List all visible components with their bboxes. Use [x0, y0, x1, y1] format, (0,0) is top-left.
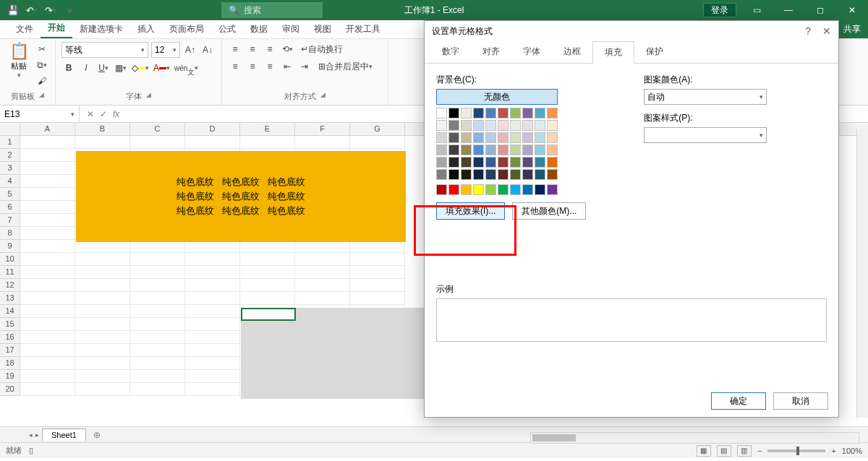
tab-review[interactable]: 审阅	[275, 20, 307, 38]
fx-icon[interactable]: fx	[113, 109, 119, 119]
sheet-nav-next-icon[interactable]: ▸	[35, 431, 39, 439]
color-swatch[interactable]	[510, 132, 521, 143]
color-swatch[interactable]	[547, 132, 558, 143]
cell[interactable]	[75, 266, 130, 279]
name-box[interactable]: E13▾	[0, 105, 80, 122]
cell[interactable]	[240, 292, 295, 305]
add-sheet-icon[interactable]: ⊕	[93, 430, 101, 440]
select-all-corner[interactable]	[0, 123, 20, 135]
color-swatch[interactable]	[535, 169, 545, 180]
color-swatch[interactable]	[547, 169, 558, 180]
color-swatch[interactable]	[485, 184, 496, 195]
color-swatch[interactable]	[522, 169, 533, 180]
color-swatch[interactable]	[461, 120, 472, 131]
zoom-out-icon[interactable]: −	[757, 447, 762, 455]
cell[interactable]	[185, 305, 240, 318]
dlg-tab-protect[interactable]: 保护	[634, 41, 675, 63]
tab-data[interactable]: 数据	[243, 20, 275, 38]
increase-indent-icon[interactable]: ⇥	[297, 59, 312, 74]
minimize-icon[interactable]: —	[773, 0, 804, 20]
cell[interactable]	[75, 253, 130, 266]
row-header[interactable]: 15	[0, 318, 20, 331]
cell[interactable]	[130, 318, 185, 331]
tab-view[interactable]: 视图	[307, 20, 339, 38]
color-swatch[interactable]	[473, 132, 484, 143]
color-swatch[interactable]	[461, 108, 472, 119]
cell[interactable]	[185, 253, 240, 266]
dlg-tab-fill[interactable]: 填充	[592, 41, 634, 64]
format-painter-icon[interactable]: 🖌	[35, 74, 49, 88]
color-swatch[interactable]	[448, 145, 459, 155]
tab-insert[interactable]: 插入	[130, 20, 162, 38]
column-header[interactable]: E	[240, 123, 295, 135]
color-swatch[interactable]	[436, 108, 447, 119]
cell[interactable]	[130, 279, 185, 292]
color-swatch[interactable]	[522, 157, 533, 168]
color-swatch[interactable]	[535, 132, 545, 143]
cell[interactable]	[20, 240, 75, 253]
cell[interactable]	[185, 266, 240, 279]
pattern-color-select[interactable]: 自动▾	[644, 89, 767, 105]
cell[interactable]	[185, 136, 240, 149]
color-swatch[interactable]	[498, 145, 509, 155]
cell[interactable]	[20, 383, 75, 396]
cell[interactable]	[295, 279, 350, 292]
cell[interactable]	[130, 383, 185, 396]
page-break-view-icon[interactable]: ▥	[737, 445, 752, 457]
pattern-style-select[interactable]: ▾	[644, 127, 767, 143]
color-swatch[interactable]	[473, 157, 484, 168]
color-swatch[interactable]	[485, 145, 496, 155]
color-swatch[interactable]	[473, 120, 484, 131]
cell[interactable]	[185, 318, 240, 331]
cell[interactable]	[130, 344, 185, 357]
cell[interactable]	[75, 318, 130, 331]
redo-icon[interactable]: ↷▾	[43, 3, 58, 17]
cell[interactable]	[185, 357, 240, 370]
share-button[interactable]: 共享	[836, 20, 868, 38]
color-swatch[interactable]	[510, 184, 521, 195]
cell[interactable]	[130, 136, 185, 149]
cell[interactable]	[350, 136, 405, 149]
cell[interactable]	[350, 279, 405, 292]
cell[interactable]	[20, 253, 75, 266]
column-header[interactable]: G	[350, 123, 405, 135]
color-swatch[interactable]	[473, 145, 484, 155]
align-bottom-icon[interactable]: ≡	[263, 42, 277, 56]
tab-dev[interactable]: 开发工具	[339, 20, 388, 38]
cancel-entry-icon[interactable]: ✕	[87, 109, 94, 119]
dialog-close-icon[interactable]: ✕	[822, 25, 831, 37]
row-header[interactable]: 1	[0, 136, 20, 149]
row-header[interactable]: 8	[0, 227, 20, 240]
cell[interactable]	[240, 279, 295, 292]
color-swatch[interactable]	[535, 120, 545, 131]
cell[interactable]	[75, 357, 130, 370]
color-swatch[interactable]	[436, 120, 447, 131]
zoom-level[interactable]: 100%	[842, 447, 862, 455]
login-button[interactable]: 登录	[703, 3, 736, 17]
cell[interactable]	[20, 162, 75, 175]
align-middle-icon[interactable]: ≡	[245, 42, 260, 56]
row-header[interactable]: 4	[0, 175, 20, 188]
font-color-button[interactable]: A▾	[153, 61, 171, 75]
row-header[interactable]: 13	[0, 292, 20, 305]
cell[interactable]	[350, 253, 405, 266]
cell[interactable]	[20, 136, 75, 149]
row-header[interactable]: 19	[0, 370, 20, 383]
cell[interactable]	[75, 344, 130, 357]
row-header[interactable]: 7	[0, 214, 20, 227]
no-color-button[interactable]: 无颜色	[436, 89, 558, 105]
color-swatch[interactable]	[510, 157, 521, 168]
cell[interactable]	[20, 344, 75, 357]
column-header[interactable]: F	[295, 123, 350, 135]
color-swatch[interactable]	[547, 120, 558, 131]
confirm-entry-icon[interactable]: ✓	[100, 109, 107, 119]
color-swatch[interactable]	[485, 169, 496, 180]
font-size-select[interactable]: 12▾	[151, 42, 180, 58]
cell[interactable]	[20, 227, 75, 240]
color-swatch[interactable]	[448, 132, 459, 143]
color-swatch[interactable]	[535, 108, 545, 119]
color-swatch[interactable]	[547, 145, 558, 155]
row-header[interactable]: 2	[0, 149, 20, 162]
cell[interactable]	[350, 292, 405, 305]
tab-file[interactable]: 文件	[9, 20, 41, 38]
